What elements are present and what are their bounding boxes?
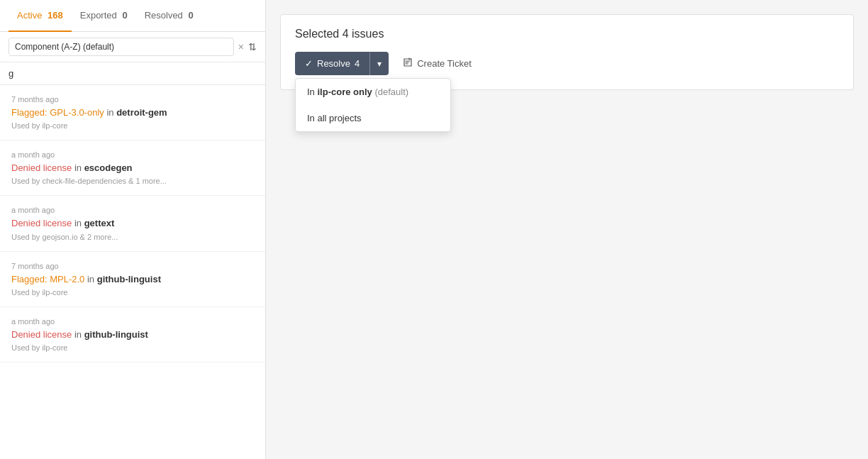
tab-exported-count: 0 (122, 10, 127, 21)
issue-used: Used by geojson.io & 2 more... (11, 233, 254, 241)
resolve-btn-group: ✓ Resolve 4 ▾ (295, 52, 389, 75)
sort-row: Component (A-Z) (default) × ⇅ (0, 32, 265, 62)
create-ticket-label: Create Ticket (417, 58, 472, 69)
tab-resolved-count: 0 (188, 10, 193, 21)
in-text: in (74, 329, 84, 340)
resolve-dropdown-menu: In ilp-core only (default) In all projec… (295, 78, 451, 132)
dropdown-item-all-projects[interactable]: In all projects (296, 105, 450, 131)
issue-title: Flagged: MPL-2.0 in github-linguist (11, 273, 254, 286)
list-item[interactable]: 7 months ago Flagged: GPL-3.0-only in de… (0, 85, 265, 140)
tab-active[interactable]: Active 168 (9, 0, 72, 32)
tab-exported[interactable]: Exported 0 (72, 0, 136, 32)
flag-text: Flagged: MPL-2.0 (11, 274, 84, 284)
package-name: github-linguist (84, 329, 148, 340)
issue-time: a month ago (11, 150, 254, 159)
flag-text: Denied license (11, 329, 72, 340)
package-name: github-linguist (97, 274, 161, 284)
sort-clear-icon[interactable]: × (238, 41, 244, 52)
tab-exported-label: Exported (80, 10, 117, 21)
list-item[interactable]: 7 months ago Flagged: MPL-2.0 in github-… (0, 252, 265, 307)
search-row: g (0, 62, 265, 85)
search-input[interactable]: g (9, 68, 257, 79)
issue-used: Used by ilp-core (11, 121, 254, 130)
list-item[interactable]: a month ago Denied license in escodegen … (0, 140, 265, 196)
create-ticket-button[interactable]: Create Ticket (400, 52, 474, 75)
tab-resolved-label: Resolved (145, 10, 183, 21)
list-item[interactable]: a month ago Denied license in gettext Us… (0, 196, 265, 251)
tab-active-count: 168 (48, 10, 63, 21)
selection-header: Selected 4 issues ✓ Resolve 4 ▾ In (280, 14, 854, 90)
resolve-count: 4 (355, 58, 360, 69)
issue-title: Denied license in gettext (11, 217, 254, 230)
tab-resolved[interactable]: Resolved 0 (136, 0, 202, 32)
package-name: gettext (84, 218, 115, 228)
issue-time: 7 months ago (11, 95, 254, 104)
check-icon: ✓ (305, 58, 313, 69)
left-panel: Active 168 Exported 0 Resolved 0 Compone… (0, 0, 266, 459)
issue-used: Used by ilp-core (11, 343, 254, 352)
issue-time: a month ago (11, 317, 254, 326)
selected-count: Selected 4 issues (295, 28, 839, 40)
issues-list: 7 months ago Flagged: GPL-3.0-only in de… (0, 85, 265, 459)
in-text: in (74, 218, 84, 228)
package-name: detroit-gem (116, 107, 167, 118)
issue-time: 7 months ago (11, 262, 254, 270)
dropdown-item-current-project[interactable]: In ilp-core only (default) (296, 79, 450, 105)
tab-active-label: Active (17, 10, 42, 21)
resolve-label: Resolve (317, 58, 350, 69)
dropdown-default-label: (default) (374, 87, 408, 97)
in-text: in (74, 162, 84, 173)
sort-select[interactable]: Component (A-Z) (default) (9, 38, 234, 56)
resolve-dropdown-toggle[interactable]: ▾ (370, 52, 389, 75)
resolve-btn-wrapper: ✓ Resolve 4 ▾ In ilp-core only (default) (295, 52, 389, 75)
issue-title: Denied license in escodegen (11, 162, 254, 175)
tabs: Active 168 Exported 0 Resolved 0 (0, 0, 265, 32)
right-panel: Selected 4 issues ✓ Resolve 4 ▾ In (266, 0, 868, 459)
flag-text: Denied license (11, 218, 72, 228)
dropdown-all-projects-label: In all projects (307, 113, 362, 123)
flag-text: Flagged: GPL-3.0-only (11, 107, 104, 118)
sort-arrow-icon[interactable]: ⇅ (248, 41, 257, 52)
list-item[interactable]: a month ago Denied license in github-lin… (0, 307, 265, 363)
in-text: in (87, 274, 97, 284)
action-row: ✓ Resolve 4 ▾ In ilp-core only (default) (295, 52, 839, 75)
issue-title: Flagged: GPL-3.0-only in detroit-gem (11, 106, 254, 119)
flag-text: Denied license (11, 162, 72, 173)
package-name: escodegen (84, 162, 133, 173)
dropdown-project-name: ilp-core only (317, 87, 372, 97)
dropdown-prefix-1: In (307, 87, 317, 97)
ticket-icon (403, 57, 413, 70)
resolve-button[interactable]: ✓ Resolve 4 (295, 52, 369, 75)
issue-used: Used by check-file-dependencies & 1 more… (11, 177, 254, 185)
issue-used: Used by ilp-core (11, 288, 254, 297)
in-text: in (106, 107, 116, 118)
issue-title: Denied license in github-linguist (11, 328, 254, 341)
issue-time: a month ago (11, 206, 254, 214)
